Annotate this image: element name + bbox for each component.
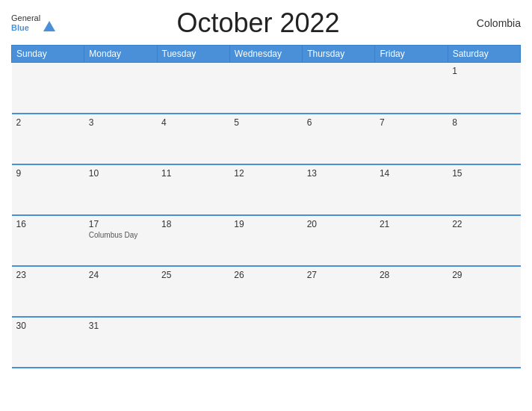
event-label: Columbus Day: [89, 231, 152, 239]
day-number: 28: [380, 270, 443, 280]
header-wednesday: Wednesday: [229, 46, 302, 63]
table-row: 9: [12, 164, 84, 215]
day-number: 4: [161, 117, 225, 128]
table-row: 24: [84, 266, 157, 317]
day-number: 30: [16, 321, 80, 331]
table-row: 16: [12, 215, 84, 266]
day-number: 20: [307, 219, 371, 229]
table-row: 15: [448, 164, 520, 215]
table-row: [157, 317, 229, 368]
table-row: 17Columbus Day: [84, 215, 157, 266]
day-number: 17: [89, 219, 152, 229]
calendar-week-row: 3031: [12, 317, 521, 368]
table-row: [84, 63, 157, 114]
weekday-header-row: Sunday Monday Tuesday Wednesday Thursday…: [12, 46, 521, 63]
table-row: 10: [84, 164, 157, 215]
table-row: 20: [303, 215, 375, 266]
day-number: 2: [16, 117, 80, 128]
table-row: [303, 317, 375, 368]
country-label: Colombia: [461, 17, 521, 29]
header-sunday: Sunday: [12, 46, 84, 63]
table-row: 27: [303, 266, 375, 317]
calendar-week-row: 23242526272829: [12, 266, 521, 317]
table-row: [375, 317, 448, 368]
day-number: 13: [307, 168, 371, 179]
table-row: 25: [157, 266, 229, 317]
table-row: 2: [12, 114, 84, 164]
table-row: 23: [12, 266, 84, 317]
day-number: 5: [234, 117, 297, 128]
day-number: 10: [89, 168, 152, 179]
day-number: 24: [89, 270, 152, 280]
day-number: 9: [16, 168, 80, 179]
day-number: 11: [161, 168, 225, 179]
logo-triangle-icon: [43, 21, 55, 31]
header-saturday: Saturday: [448, 46, 520, 63]
day-number: 19: [234, 219, 297, 229]
table-row: 6: [303, 114, 375, 164]
table-row: [229, 317, 302, 368]
calendar-header: General Blue October 2022 Colombia: [11, 7, 521, 39]
day-number: 25: [161, 270, 225, 280]
table-row: 12: [229, 164, 302, 215]
table-row: 3: [84, 114, 157, 164]
table-row: [303, 63, 375, 114]
table-row: 22: [448, 215, 520, 266]
header-monday: Monday: [84, 46, 157, 63]
logo-text: General Blue: [11, 13, 40, 33]
day-number: 29: [452, 270, 516, 280]
day-number: 14: [380, 168, 443, 179]
calendar-title: October 2022: [55, 7, 461, 39]
day-number: 1: [452, 66, 516, 76]
calendar-week-row: 1617Columbus Day1819202122: [12, 215, 521, 266]
table-row: 30: [12, 317, 84, 368]
day-number: 26: [234, 270, 297, 280]
day-number: 7: [380, 117, 443, 128]
calendar-week-row: 2345678: [12, 114, 521, 164]
day-number: 31: [89, 321, 152, 331]
table-row: 13: [303, 164, 375, 215]
day-number: 6: [307, 117, 371, 128]
table-row: 29: [448, 266, 520, 317]
table-row: [448, 317, 520, 368]
table-row: 7: [375, 114, 448, 164]
day-number: 16: [16, 219, 80, 229]
table-row: 8: [448, 114, 520, 164]
header-thursday: Thursday: [303, 46, 375, 63]
table-row: 11: [157, 164, 229, 215]
day-number: 18: [161, 219, 225, 229]
table-row: [157, 63, 229, 114]
table-row: 28: [375, 266, 448, 317]
table-row: 1: [448, 63, 520, 114]
table-row: [229, 63, 302, 114]
day-number: 12: [234, 168, 297, 179]
header-friday: Friday: [375, 46, 448, 63]
day-number: 21: [380, 219, 443, 229]
table-row: 19: [229, 215, 302, 266]
day-number: 23: [16, 270, 80, 280]
table-row: [375, 63, 448, 114]
calendar-container: General Blue October 2022 Colombia Sunda…: [0, 0, 532, 411]
table-row: 5: [229, 114, 302, 164]
logo: General Blue: [11, 13, 55, 33]
day-number: 15: [452, 168, 516, 179]
calendar-week-row: 1: [12, 63, 521, 114]
calendar-grid: Sunday Monday Tuesday Wednesday Thursday…: [11, 45, 521, 368]
table-row: 14: [375, 164, 448, 215]
table-row: 26: [229, 266, 302, 317]
day-number: 27: [307, 270, 371, 280]
table-row: 21: [375, 215, 448, 266]
table-row: 18: [157, 215, 229, 266]
day-number: 8: [452, 117, 516, 128]
table-row: 31: [84, 317, 157, 368]
day-number: 3: [89, 117, 152, 128]
table-row: 4: [157, 114, 229, 164]
calendar-week-row: 9101112131415: [12, 164, 521, 215]
header-tuesday: Tuesday: [157, 46, 229, 63]
table-row: [12, 63, 84, 114]
day-number: 22: [452, 219, 516, 229]
